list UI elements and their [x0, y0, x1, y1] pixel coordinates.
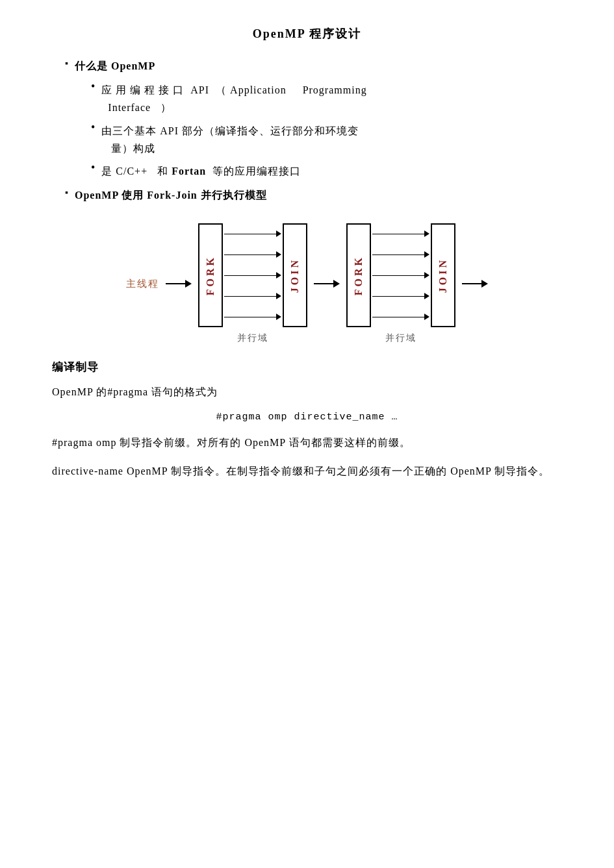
fork-box-1: FORK: [198, 223, 223, 327]
section1-subitem-1: • 应 用 编 程 接 口 API （ Application Programm…: [91, 81, 562, 116]
bullet-marker-5: ▪: [65, 188, 68, 198]
fork-join-diagram: 主线程 FORK: [52, 223, 562, 344]
bullet-marker-3: •: [91, 121, 95, 134]
compile-heading: 编译制导: [52, 360, 562, 375]
fork-box-2: FORK: [346, 223, 371, 327]
section1-subitem-3-text: 是 C/C++ 和 Fortan 等的应用编程接口: [101, 162, 301, 180]
section1-subitem-3: • 是 C/C++ 和 Fortan 等的应用编程接口: [91, 162, 562, 180]
fork-join-group-1: FORK: [198, 223, 307, 344]
section2-item: ▪ OpenMP 使用 Fork-Join 并行执行模型: [65, 186, 562, 204]
section1-subitem-2: • 由三个基本 API 部分（编译指令、运行部分和环境变 量）构成: [91, 122, 562, 157]
compile-para2: directive-name OpenMP 制导指令。在制导指令前缀和子句之间必…: [52, 462, 562, 481]
page-title: OpenMP 程序设计: [52, 26, 562, 42]
compile-intro: OpenMP 的#pragma 语句的格式为: [52, 382, 562, 402]
arrows-2: [372, 223, 429, 327]
section1-subitem-2-text: 由三个基本 API 部分（编译指令、运行部分和环境变 量）构成: [101, 122, 359, 157]
bullet-marker-4: •: [91, 161, 95, 175]
arrow-5: [224, 314, 281, 320]
code-line: #pragma omp directive_name …: [52, 412, 562, 423]
arrow-7: [372, 251, 429, 258]
join-text-2: JOIN: [437, 258, 449, 293]
join-box-1: JOIN: [283, 223, 307, 327]
bullet-marker-2: •: [91, 80, 95, 93]
arrow-3: [224, 272, 281, 279]
section1-subitem-1-text: 应 用 编 程 接 口 API （ Application Programmin…: [101, 81, 366, 116]
fork-join-group-2: FORK: [346, 223, 455, 344]
diagram-left-label: 主线程: [126, 278, 159, 290]
arrow-2: [224, 251, 281, 258]
arrow-10: [372, 314, 429, 320]
right-main-arrow: [462, 280, 488, 288]
fork-text-1: FORK: [205, 255, 216, 295]
arrow-9: [372, 293, 429, 299]
section1-item: ▪ 什么是 OpenMP: [65, 57, 562, 75]
arrow-1: [224, 230, 281, 237]
bullet-marker-1: ▪: [65, 58, 68, 69]
arrow-6: [372, 230, 429, 237]
join-text-1: JOIN: [289, 258, 301, 293]
join-box-2: JOIN: [431, 223, 455, 327]
compile-para1: #pragma omp 制导指令前缀。对所有的 OpenMP 语句都需要这样的前…: [52, 433, 562, 453]
arrow-4: [224, 293, 281, 299]
arrows-1: [224, 223, 281, 327]
parallel-label-2: 并行域: [385, 332, 416, 344]
section1-label: 什么是 OpenMP: [75, 57, 155, 75]
section2-label: OpenMP 使用 Fork-Join 并行执行模型: [75, 186, 267, 204]
arrow-8: [372, 272, 429, 279]
left-main-arrow: [166, 280, 192, 288]
parallel-label-1: 并行域: [237, 332, 268, 344]
fork-text-2: FORK: [353, 255, 365, 295]
middle-arrow: [314, 280, 340, 288]
